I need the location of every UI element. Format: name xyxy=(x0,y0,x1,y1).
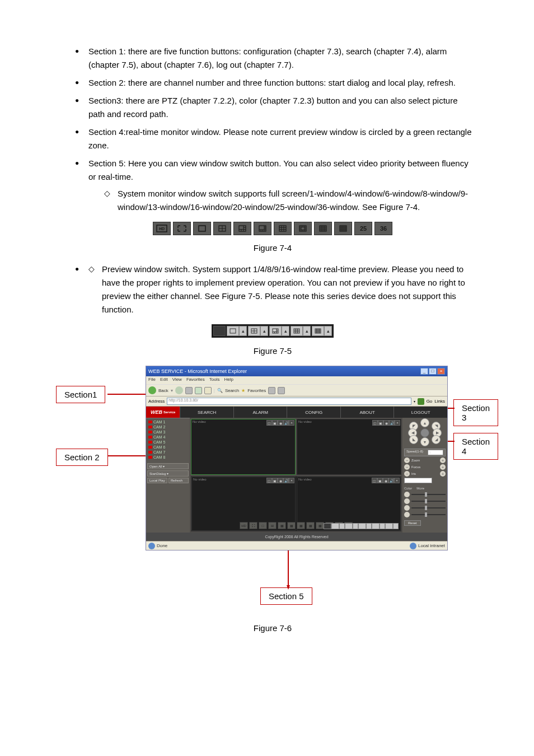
bt2-9[interactable] xyxy=(372,523,380,529)
bt-6[interactable]: ▦ xyxy=(278,522,286,529)
local-play-button[interactable]: Local Play xyxy=(147,478,167,483)
stop-icon[interactable] xyxy=(185,387,193,394)
close-button[interactable]: × xyxy=(437,368,445,375)
pv-16arrow[interactable]: ▴ xyxy=(324,326,332,336)
search-label[interactable]: Search xyxy=(225,388,239,393)
vp-icon[interactable]: ◫ xyxy=(372,478,377,483)
pv-16win-button[interactable] xyxy=(312,326,324,336)
ws-4win-button[interactable] xyxy=(213,222,231,235)
vp-icon[interactable]: ◫ xyxy=(372,420,378,426)
tab-logout[interactable]: LOGOUT xyxy=(394,407,447,418)
cam-item-6[interactable]: CAM 6 xyxy=(147,445,189,450)
vp-icon[interactable]: 🔊 xyxy=(389,420,395,426)
bt-1[interactable]: □ xyxy=(259,522,267,529)
bt2-16[interactable] xyxy=(385,523,393,529)
tab-about[interactable]: ABOUT xyxy=(340,407,394,418)
vp-icon[interactable]: ◫ xyxy=(266,478,272,483)
speed-select[interactable]: 5 xyxy=(428,450,443,455)
vp-icon[interactable]: ◉ xyxy=(278,420,283,426)
bt2-8a[interactable] xyxy=(366,523,372,529)
vp-icon[interactable]: 🔊 xyxy=(283,420,289,426)
vp-icon[interactable]: ▣ xyxy=(272,420,278,426)
cam-item-4[interactable]: CAM 4 xyxy=(147,435,189,440)
reset-button[interactable]: Reset xyxy=(404,520,421,526)
pv-9arrow[interactable]: ▴ xyxy=(303,326,311,336)
bright-slider[interactable] xyxy=(411,494,446,495)
vp-icon[interactable]: × xyxy=(289,478,294,483)
zoom-plus-button[interactable]: + xyxy=(440,458,446,463)
bt-9[interactable]: ▦ xyxy=(297,522,305,529)
zoom-minus-button[interactable]: − xyxy=(404,458,410,463)
pv-1win-button[interactable] xyxy=(227,326,239,336)
cam-item-5[interactable]: CAM 5 xyxy=(147,440,189,445)
bt2-1[interactable] xyxy=(331,523,339,529)
start-dialog-button[interactable]: StartDialog ▾ xyxy=(147,470,189,477)
tab-alarm[interactable]: ALARM xyxy=(233,407,287,418)
forward-icon[interactable] xyxy=(175,386,183,394)
pv-8win-button[interactable] xyxy=(269,326,282,336)
bt2-off[interactable] xyxy=(324,523,331,529)
video-panel-1[interactable]: No video ◫ ▣ ◉ 🔊 × xyxy=(191,419,296,475)
cam-item-3[interactable]: CAM 3 xyxy=(147,430,189,435)
mail-icon[interactable] xyxy=(278,387,285,394)
ptz-center-button[interactable] xyxy=(420,428,429,437)
color-tab[interactable]: Color xyxy=(404,487,412,490)
home-icon[interactable] xyxy=(204,387,212,394)
history-icon[interactable] xyxy=(268,387,275,394)
go-label[interactable]: Go xyxy=(427,399,433,404)
more-tab[interactable]: More xyxy=(416,487,424,490)
menu-file[interactable]: File xyxy=(148,377,156,384)
ws-1win-button[interactable] xyxy=(193,222,211,235)
favorites-label[interactable]: Favorites xyxy=(247,388,266,393)
menu-help[interactable]: Help xyxy=(224,377,233,384)
vp-icon[interactable]: ◉ xyxy=(278,478,283,483)
vp-icon[interactable]: 🔊 xyxy=(388,478,394,483)
bt2-4[interactable] xyxy=(345,523,353,529)
pv-4arrow[interactable]: ▴ xyxy=(260,326,268,336)
bt2-1a[interactable] xyxy=(339,523,345,529)
refresh-icon[interactable] xyxy=(195,387,202,394)
focus-minus-button[interactable]: − xyxy=(404,464,410,470)
vp-icon[interactable]: ◫ xyxy=(266,420,272,426)
pv-9win-button[interactable] xyxy=(291,326,303,336)
back-icon[interactable] xyxy=(148,386,156,394)
pv-off-button[interactable] xyxy=(213,326,226,336)
refresh-button[interactable]: Refresh xyxy=(168,478,189,483)
ptz-down-button[interactable]: ▼ xyxy=(420,437,429,446)
tab-search[interactable]: SEARCH xyxy=(180,407,233,418)
contrast-slider[interactable] xyxy=(411,501,446,502)
sat-slider[interactable] xyxy=(411,507,446,508)
focus-plus-button[interactable]: + xyxy=(440,464,446,470)
ptz-dnleft-button[interactable]: ◣ xyxy=(409,435,418,444)
vp-icon[interactable]: ▣ xyxy=(377,478,383,483)
menu-edit[interactable]: Edit xyxy=(160,377,168,384)
vp-icon[interactable]: × xyxy=(289,420,294,426)
tab-config[interactable]: CONFIG xyxy=(287,407,340,418)
vp-icon[interactable]: × xyxy=(395,420,400,426)
address-input[interactable]: http://10.10.3.80/ xyxy=(167,398,411,405)
iris-plus-button[interactable]: + xyxy=(440,471,446,477)
ptz-preset-select[interactable] xyxy=(404,478,432,483)
go-icon[interactable] xyxy=(418,398,424,405)
menu-view[interactable]: View xyxy=(172,377,182,384)
ptz-up-button[interactable]: ▲ xyxy=(420,418,429,427)
cam-item-7[interactable]: CAM 7 xyxy=(147,450,189,455)
pv-1arrow[interactable]: ▴ xyxy=(239,326,247,336)
vp-icon[interactable]: × xyxy=(394,478,400,483)
cam-item-1[interactable]: CAM 1 xyxy=(147,419,189,424)
vp-icon[interactable]: 🔊 xyxy=(283,478,289,483)
pv-8arrow[interactable]: ▴ xyxy=(282,326,289,336)
ws-36win-button[interactable]: 36 xyxy=(374,222,392,235)
bt2-9a[interactable] xyxy=(380,523,385,529)
vp-icon[interactable]: ◉ xyxy=(383,420,389,426)
minimize-button[interactable]: _ xyxy=(420,368,428,375)
cam-item-8[interactable]: CAM 8 xyxy=(147,455,189,460)
maximize-button[interactable]: □ xyxy=(429,368,437,375)
menu-tools[interactable]: Tools xyxy=(209,377,220,384)
ws-20win-button[interactable] xyxy=(334,222,352,235)
vp-icon[interactable]: ▣ xyxy=(272,478,278,483)
bt-full[interactable]: ⛶ xyxy=(249,522,257,529)
ws-8win-button[interactable] xyxy=(254,222,271,235)
ws-9win-button[interactable] xyxy=(274,222,292,235)
ws-6win-button[interactable] xyxy=(233,222,251,235)
